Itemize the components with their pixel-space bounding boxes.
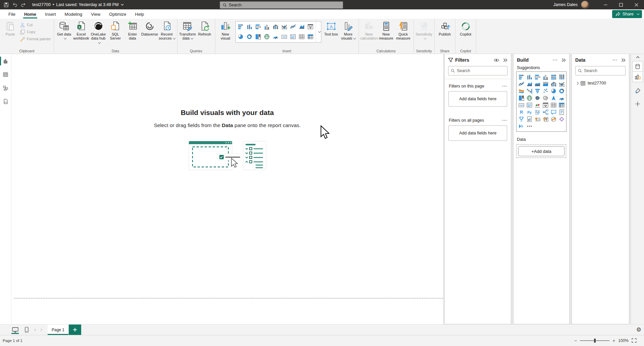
sidebar-item-report-view[interactable] <box>0 57 11 65</box>
visual-suggestion-power-automate[interactable] <box>518 123 525 129</box>
ribbon-button-enter-data[interactable]: Enter data <box>124 20 141 41</box>
rail-format-icon[interactable] <box>633 85 643 96</box>
expand-chevron-icon[interactable] <box>576 81 579 85</box>
insert-visual-map[interactable] <box>263 33 271 40</box>
ribbon-button-sql-server[interactable]: SQL Server <box>107 20 124 41</box>
visual-suggestion-more-options[interactable] <box>526 123 533 129</box>
insert-visual-gauge[interactable] <box>272 33 279 40</box>
visual-suggestion-shape-map[interactable] <box>542 95 549 101</box>
visual-suggestion-line-stacked-column-combo[interactable] <box>550 81 557 87</box>
ribbon-button-quick-measure[interactable]: Quick measure <box>395 20 412 41</box>
visual-suggestion-scatter-chart[interactable] <box>542 88 549 94</box>
sidebar-item-table-view[interactable] <box>0 70 11 79</box>
data-search-input[interactable]: Search <box>575 66 626 75</box>
visual-suggestion-gauge[interactable] <box>558 95 565 101</box>
insert-visual-stacked-bar-chart[interactable] <box>237 23 245 30</box>
more-options-icon[interactable] <box>502 120 507 121</box>
share-button[interactable]: Share <box>612 10 642 18</box>
more-options-icon[interactable] <box>502 85 507 87</box>
visual-suggestion-100-stacked-area-chart[interactable] <box>542 81 549 87</box>
visual-suggestion-clustered-bar-chart[interactable] <box>534 74 541 80</box>
page-tab[interactable]: Page 1 <box>48 325 69 335</box>
insert-visual-multi-row-card[interactable] <box>289 33 297 40</box>
maximize-button[interactable] <box>613 0 629 9</box>
settings-gear-icon[interactable]: ⚙ <box>636 325 641 335</box>
collapse-pane-icon[interactable] <box>621 58 626 62</box>
visual-suggestion-qa-visual[interactable] <box>550 109 557 115</box>
visual-suggestion-waterfall-chart[interactable] <box>526 88 533 94</box>
ribbon-button-new-calculation[interactable]: fxNew calculation <box>361 20 378 41</box>
previous-page-button[interactable] <box>32 325 38 335</box>
menu-tab-insert[interactable]: Insert <box>41 9 60 19</box>
visual-suggestion-key-influencers[interactable] <box>534 109 541 115</box>
insert-visual-slicer[interactable] <box>307 23 314 30</box>
ribbon-button-paste[interactable]: Paste <box>2 20 19 36</box>
menu-tab-modeling[interactable]: Modeling <box>60 9 87 19</box>
new-page-button[interactable] <box>69 325 81 335</box>
ribbon-button-onelake-data-hub[interactable]: OneLake data hub <box>90 20 107 45</box>
menu-tab-view[interactable]: View <box>87 9 105 19</box>
visual-suggestion-stacked-bar-chart[interactable] <box>518 74 525 80</box>
insert-visual-clustered-column-chart[interactable] <box>263 23 271 30</box>
eye-icon[interactable] <box>494 58 499 62</box>
visual-suggestion-decomposition-tree[interactable] <box>542 109 549 115</box>
more-options-icon[interactable] <box>612 59 617 61</box>
zoom-out-button[interactable]: − <box>574 338 577 343</box>
web-view-button[interactable] <box>9 325 21 335</box>
filters-page-dropzone[interactable]: Add data fields here <box>448 91 507 107</box>
visual-suggestion-funnel-chart[interactable] <box>534 88 541 94</box>
menu-tab-help[interactable]: Help <box>131 9 149 19</box>
menu-tab-file[interactable]: File <box>4 9 20 19</box>
insert-visual-clustered-bar-chart[interactable] <box>255 23 262 30</box>
mobile-view-button[interactable] <box>21 325 32 335</box>
ribbon-button-excel-workbook[interactable]: XExcel workbook <box>73 20 90 41</box>
collapse-chevron-up-icon[interactable] <box>636 56 640 58</box>
window-title[interactable]: test27700 • Last saved: Yesterday at 3:4… <box>32 2 124 7</box>
ribbon-button-text-box[interactable]: AText box <box>323 20 340 36</box>
report-canvas[interactable]: Build visuals with your data Select or d… <box>11 54 443 324</box>
visual-suggestion-map[interactable] <box>526 95 533 101</box>
visual-suggestion-donut-chart[interactable] <box>558 88 565 94</box>
more-options-icon[interactable] <box>553 59 557 61</box>
insert-visual-area-chart[interactable] <box>298 23 306 30</box>
visual-suggestion-new-slicer[interactable] <box>542 116 549 122</box>
ribbon-button-refresh[interactable]: Refresh <box>196 20 213 36</box>
visual-suggestion-stacked-area-chart[interactable] <box>534 81 541 87</box>
visual-suggestion-kpi[interactable] <box>534 102 541 108</box>
ribbon-button-format-painter[interactable]: Format painter <box>19 36 52 42</box>
visual-suggestion-table[interactable] <box>550 102 557 108</box>
visual-suggestion-python-visual[interactable]: Py <box>526 109 533 115</box>
sidebar-item-model-view[interactable] <box>0 83 11 92</box>
visual-suggestion-line-chart[interactable] <box>518 81 525 87</box>
ribbon-button-dataverse[interactable]: Dataverse <box>141 20 158 36</box>
close-button[interactable] <box>629 0 644 9</box>
insert-visual-treemap[interactable] <box>255 33 262 40</box>
insert-visual-stacked-column-chart[interactable] <box>246 23 253 30</box>
visual-suggestion-area-chart[interactable] <box>526 81 533 87</box>
visual-suggestion-filled-map[interactable] <box>534 95 541 101</box>
gallery-expand-chevron[interactable] <box>316 21 321 42</box>
ribbon-button-get-data[interactable]: Get data <box>56 20 73 41</box>
visual-suggestion-r-script-visual[interactable]: R <box>518 109 525 115</box>
filters-all-pages-dropzone[interactable]: Add data fields here <box>448 125 507 141</box>
ribbon-button-new-visual[interactable]: New visual <box>217 20 234 41</box>
sidebar-item-dax-query-view[interactable]: DAX <box>0 97 11 106</box>
insert-visual-table[interactable] <box>298 33 306 40</box>
ribbon-button-transform-data[interactable]: Transform data <box>179 20 196 41</box>
user-avatar[interactable] <box>581 1 589 9</box>
zoom-slider-thumb[interactable] <box>594 339 596 343</box>
rail-add-visual-icon[interactable] <box>633 99 643 109</box>
ribbon-button-copilot[interactable]: Copilot <box>457 20 474 36</box>
ribbon-button-copy[interactable]: Copy <box>19 29 52 35</box>
visual-suggestion-stacked-column-chart[interactable] <box>526 74 533 80</box>
global-search-input[interactable]: Search <box>220 1 343 9</box>
collapse-pane-icon[interactable] <box>561 58 566 62</box>
insert-visual-donut-chart[interactable] <box>246 33 253 40</box>
insert-visual-line-clustered-column-combo[interactable] <box>281 23 288 30</box>
zoom-slider[interactable] <box>580 340 609 341</box>
rail-data-icon[interactable] <box>632 61 643 72</box>
visual-suggestion-100-stacked-bar-chart[interactable] <box>550 74 557 80</box>
visual-suggestion-metrics[interactable] <box>518 116 525 122</box>
minimize-button[interactable] <box>598 0 613 9</box>
fit-to-page-icon[interactable] <box>632 338 637 343</box>
